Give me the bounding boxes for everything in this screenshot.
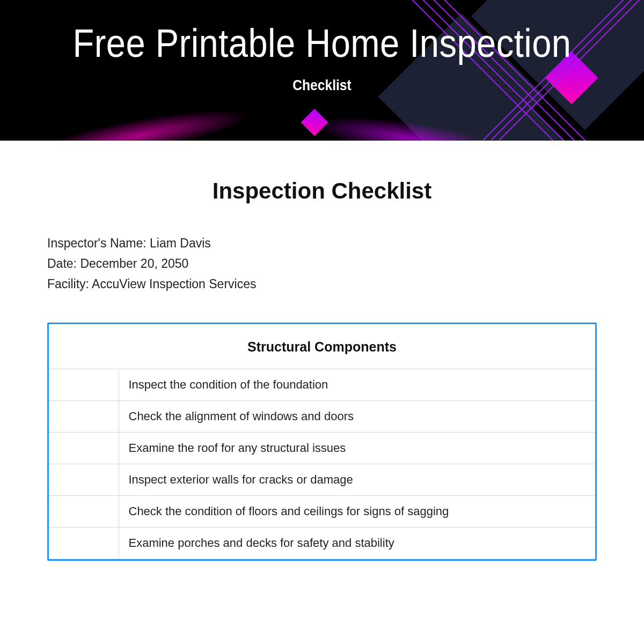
meta-inspector-value: Liam Davis	[150, 236, 211, 250]
meta-date-value: December 20, 2050	[80, 257, 188, 270]
checkbox-cell[interactable]	[49, 464, 119, 495]
meta-facility-label: Facility:	[47, 277, 89, 291]
item-cell: Check the alignment of windows and doors	[119, 400, 595, 432]
checkbox-cell[interactable]	[49, 495, 119, 527]
item-cell: Examine porches and decks for safety and…	[119, 527, 595, 559]
hero-title: Free Printable Home Inspection	[39, 0, 605, 66]
hero-banner: Free Printable Home Inspection Checklist	[0, 0, 644, 141]
checkbox-cell[interactable]	[49, 527, 119, 559]
meta-date: Date: December 20, 2050	[47, 254, 597, 274]
meta-inspector: Inspector's Name: Liam Davis	[47, 233, 597, 254]
meta-date-label: Date:	[47, 257, 77, 270]
table-row: Examine the roof for any structural issu…	[49, 432, 595, 464]
table-row: Check the condition of floors and ceilin…	[49, 495, 595, 527]
section-box: Structural Components Inspect the condit…	[47, 323, 597, 561]
meta-facility-value: AccuView Inspection Services	[92, 277, 256, 291]
table-row: Examine porches and decks for safety and…	[49, 527, 595, 559]
meta-inspector-label: Inspector's Name:	[47, 236, 147, 250]
item-cell: Inspect exterior walls for cracks or dam…	[119, 464, 595, 495]
checkbox-cell[interactable]	[49, 400, 119, 432]
table-row: Inspect exterior walls for cracks or dam…	[49, 464, 595, 495]
checkbox-cell[interactable]	[49, 369, 119, 400]
meta-facility: Facility: AccuView Inspection Services	[47, 274, 597, 295]
document-title: Inspection Checklist	[47, 178, 597, 204]
item-cell: Check the condition of floors and ceilin…	[119, 495, 595, 527]
table-row: Check the alignment of windows and doors	[49, 400, 595, 432]
checklist-table: Inspect the condition of the foundation …	[49, 369, 595, 559]
checkbox-cell[interactable]	[49, 432, 119, 464]
table-row: Inspect the condition of the foundation	[49, 369, 595, 400]
section-title: Structural Components	[49, 324, 595, 369]
hero-subtitle: Checklist	[39, 66, 605, 94]
item-cell: Examine the roof for any structural issu…	[119, 432, 595, 464]
item-cell: Inspect the condition of the foundation	[119, 369, 595, 400]
document-body: Inspection Checklist Inspector's Name: L…	[0, 141, 644, 561]
meta-block: Inspector's Name: Liam Davis Date: Decem…	[47, 233, 597, 295]
